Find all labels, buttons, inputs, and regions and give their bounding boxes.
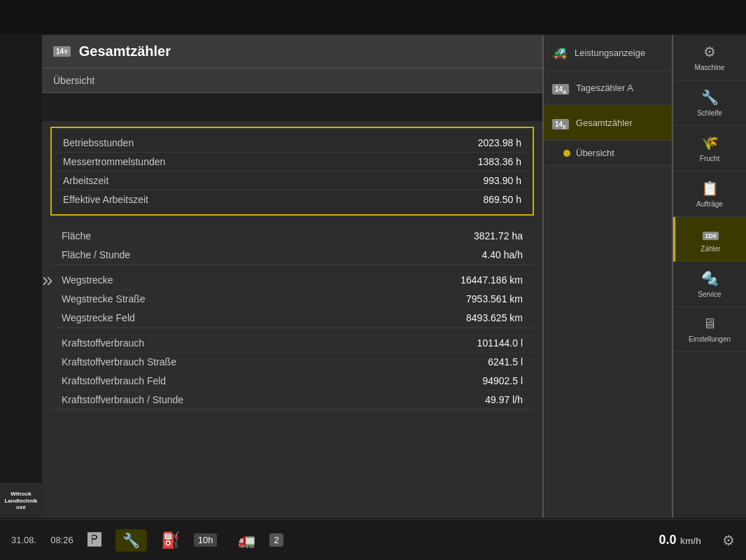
- sub-header-text: Übersicht: [53, 75, 94, 86]
- row-value: 993.90 h: [484, 175, 522, 186]
- row-value: 16447.186 km: [460, 274, 523, 286]
- logo-text: Witrock Landtechnik use: [4, 491, 37, 511]
- grinder-icon: 🔧: [701, 89, 719, 106]
- speed-display: 0.0 km/h: [659, 533, 701, 547]
- logo: Witrock Landtechnik use: [0, 483, 42, 518]
- nav-subitem-ubersicht[interactable]: Übersicht: [544, 141, 672, 166]
- table-row: Messertrommelstunden 1383.36 h: [52, 153, 533, 172]
- row-value: 2023.98 h: [478, 137, 521, 148]
- tractor-icon: 🚜: [552, 45, 568, 60]
- row-label: Betriebsstunden: [63, 137, 134, 148]
- sidebar-item-einstellungen[interactable]: 🖥 Einstellungen: [673, 307, 746, 352]
- orders-icon: 📋: [701, 180, 719, 197]
- row-value: 49.97 l/h: [485, 394, 523, 405]
- sidebar-label: Maschine: [695, 64, 725, 71]
- top-bar: [0, 0, 746, 34]
- table-row: Fläche / Stunde 4.40 ha/h: [50, 246, 534, 265]
- table-row: Wegstrecke 16447.186 km: [50, 271, 534, 290]
- counter-icon: 14A: [552, 80, 569, 95]
- table-row: Kraftstoffverbrauch / Stunde 49.97 l/h: [50, 391, 534, 410]
- table-row: Kraftstoffverbrauch Feld 94902.5 l: [50, 372, 534, 391]
- center-panel: 🚜 Leistungsanzeige 14A Tageszähler A 14E…: [543, 35, 673, 518]
- data-section: Betriebsstunden 2023.98 h Messertrommels…: [42, 121, 542, 518]
- crop-icon: 🌾: [701, 134, 719, 151]
- table-row: Wegstrecke Straße 7953.561 km: [50, 290, 534, 309]
- nav-label: Tageszähler A: [576, 83, 633, 93]
- sidebar-label: Service: [698, 290, 721, 298]
- sidebar-item-auftraege[interactable]: 📋 Aufträge: [673, 172, 746, 217]
- sidebar-item-zaehler[interactable]: 1D0 Zähler: [673, 217, 746, 262]
- main-content: 14E Gesamtzähler Übersicht Betriebsstund…: [42, 35, 543, 518]
- row-label: Messertrommelstunden: [63, 156, 165, 167]
- date-display: 31.08.: [11, 535, 36, 545]
- sidebar-item-frucht[interactable]: 🌾 Frucht: [673, 126, 746, 172]
- dark-banner: [42, 93, 542, 121]
- row-label: Kraftstoffverbrauch: [62, 337, 144, 349]
- counter-2: 2: [269, 533, 283, 547]
- parking-icon[interactable]: 🅿: [87, 532, 101, 548]
- row-value: 8493.625 km: [466, 312, 523, 323]
- time-display: 08:26: [50, 535, 73, 545]
- active-dot: [563, 150, 570, 157]
- row-value: 94902.5 l: [482, 375, 523, 386]
- page-header: 14E Gesamtzähler: [42, 35, 542, 69]
- row-label: Arbeitszeit: [63, 175, 108, 186]
- sidebar-label: Aufträge: [696, 200, 723, 208]
- nav-item-leistungsanzeige[interactable]: 🚜 Leistungsanzeige: [544, 35, 672, 71]
- sidebar-label: Frucht: [700, 155, 719, 162]
- sub-nav-label: Übersicht: [576, 148, 614, 158]
- row-label: Wegstrecke: [62, 274, 113, 286]
- right-sidebar: ⚙ Maschine 🔧 Schleife 🌾 Frucht 📋 Aufträg…: [673, 35, 746, 518]
- bottom-bar: 31.08. 08:26 🅿 🔧 ⛽ 10h 🚛 2 0.0 km/h ⚙: [0, 519, 746, 560]
- table-row: Arbeitszeit 993.90 h: [52, 172, 533, 190]
- data-group-3: Kraftstoffverbrauch 101144.0 l Kraftstof…: [50, 334, 534, 410]
- sub-header: Übersicht: [42, 69, 542, 93]
- data-group-1: Fläche 3821.72 ha Fläche / Stunde 4.40 h…: [50, 227, 534, 265]
- table-row: Wegstrecke Feld 8493.625 km: [50, 309, 534, 328]
- sidebar-item-schleife[interactable]: 🔧 Schleife: [673, 80, 746, 126]
- row-value: 1383.36 h: [478, 156, 521, 167]
- table-row: Kraftstoffverbrauch 101144.0 l: [50, 334, 534, 353]
- back-arrow[interactable]: »: [42, 269, 53, 291]
- service-icon: 🔩: [701, 270, 719, 287]
- main-screen: 14E Gesamtzähler Übersicht Betriebsstund…: [42, 35, 746, 518]
- row-label: Kraftstoffverbrauch / Stunde: [62, 394, 183, 405]
- row-label: Fläche: [62, 230, 91, 241]
- nav-item-tageszaehler[interactable]: 14A Tageszähler A: [544, 71, 672, 106]
- settings-bottom-icon[interactable]: ⚙: [722, 532, 735, 549]
- row-value: 101144.0 l: [477, 337, 523, 349]
- counter-icon: 1D0: [703, 225, 719, 241]
- nav-label: Gesamtzähler: [576, 118, 633, 128]
- row-label: Kraftstoffverbrauch Feld: [62, 375, 166, 386]
- sidebar-label: Schleife: [697, 109, 722, 117]
- row-label: Effektive Arbeitszeit: [63, 194, 148, 205]
- sidebar-item-maschine[interactable]: ⚙ Maschine: [673, 35, 746, 80]
- table-row: Betriebsstunden 2023.98 h: [52, 134, 533, 153]
- nav-item-gesamtzaehler[interactable]: 14E Gesamtzähler: [544, 106, 672, 141]
- counter-icon: 14E: [552, 115, 569, 130]
- machine-icon: ⚙: [703, 43, 716, 60]
- settings-icon: 🖥: [703, 316, 717, 332]
- fuel-icon: ⛽: [161, 531, 180, 550]
- data-group-2: Wegstrecke 16447.186 km Wegstrecke Straß…: [50, 271, 534, 328]
- table-row: Kraftstoffverbrauch Straße 6241.5 l: [50, 353, 534, 372]
- sidebar-item-service[interactable]: 🔩 Service: [673, 262, 746, 307]
- row-label: Wegstrecke Straße: [62, 293, 146, 304]
- table-row: Fläche 3821.72 ha: [50, 227, 534, 246]
- row-value: 6241.5 l: [488, 356, 523, 368]
- table-row: Effektive Arbeitszeit 869.50 h: [52, 190, 533, 209]
- row-label: Wegstrecke Feld: [62, 312, 135, 323]
- row-value: 3821.72 ha: [474, 230, 523, 241]
- truck-icon: 🚛: [238, 532, 255, 549]
- counter-badge: 14E: [53, 46, 71, 57]
- row-value: 869.50 h: [484, 194, 522, 205]
- row-value: 4.40 ha/h: [482, 249, 523, 260]
- sidebar-label: Zähler: [701, 245, 720, 253]
- page-title: Gesamtzähler: [79, 43, 171, 59]
- wrench-icon[interactable]: 🔧: [115, 529, 147, 552]
- sidebar-label: Einstellungen: [689, 335, 731, 343]
- row-label: Fläche / Stunde: [62, 249, 130, 260]
- row-label: Kraftstoffverbrauch Straße: [62, 356, 176, 368]
- highlighted-group: Betriebsstunden 2023.98 h Messertrommels…: [50, 127, 534, 216]
- hour-counter: 10h: [194, 533, 218, 547]
